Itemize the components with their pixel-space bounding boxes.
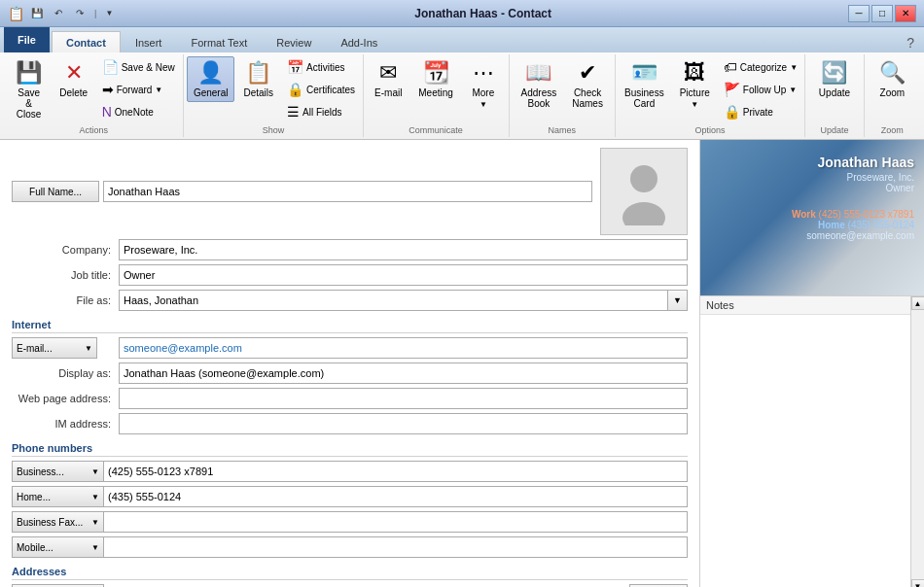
save-close-button[interactable]: 💾 Save & Close (8, 56, 51, 123)
notes-scrollbar: ▲ ▼ (910, 296, 924, 587)
picture-icon: 🖼 (684, 60, 705, 86)
fax-dropdown[interactable]: Business Fax... ▼ (12, 511, 104, 533)
bc-job-title: Owner (792, 183, 914, 193)
business-card-button[interactable]: 🪪 Business Card (618, 56, 671, 113)
update-button[interactable]: 🔄 Update (812, 56, 857, 102)
picture-dropdown-icon: ▼ (691, 100, 698, 109)
show-small-col: 📅 Activities 🔒 Certificates ☰ All Fields (282, 56, 360, 122)
address-book-icon: 📖 (525, 60, 551, 86)
tab-format-text[interactable]: Format Text (176, 31, 262, 52)
follow-up-button[interactable]: 🚩 Follow Up ▼ (719, 79, 802, 100)
company-input[interactable] (119, 239, 688, 260)
followup-dropdown-icon: ▼ (789, 86, 797, 94)
general-button[interactable]: 👤 General (187, 56, 235, 102)
web-input[interactable] (119, 388, 688, 409)
names-group-label: Names (548, 125, 576, 137)
email-button[interactable]: ✉ E-mail (367, 56, 409, 102)
activities-icon: 📅 (287, 59, 303, 75)
forward-dropdown-icon: ▼ (155, 86, 162, 94)
full-name-row: Full Name... (12, 148, 688, 235)
delete-button[interactable]: ✕ Delete (53, 56, 95, 102)
save-quick-btn[interactable]: 💾 (28, 5, 46, 22)
tab-add-ins[interactable]: Add-Ins (326, 31, 392, 52)
notes-textarea[interactable] (700, 315, 910, 587)
ribbon-group-options: 🪪 Business Card 🖼 Picture ▼ 🏷 Categorize… (616, 54, 805, 137)
check-names-button[interactable]: ✔ Check Names (565, 56, 610, 113)
certificates-button[interactable]: 🔒 Certificates (282, 79, 360, 100)
business-phone-arrow: ▼ (91, 467, 99, 476)
redo-btn[interactable]: ↷ (71, 5, 89, 22)
minimize-btn[interactable]: ─ (848, 5, 870, 22)
picture-button[interactable]: 🖼 Picture ▼ (673, 56, 717, 113)
scroll-down-btn[interactable]: ▼ (911, 579, 925, 587)
scroll-up-btn[interactable]: ▲ (911, 296, 925, 310)
bc-home: Home (435) 555-0124 (792, 220, 914, 230)
mobile-input[interactable] (104, 536, 688, 558)
email-dropdown-arrow: ▼ (85, 344, 92, 353)
fax-input[interactable] (104, 511, 688, 533)
tab-insert[interactable]: Insert (121, 31, 177, 52)
svg-point-1 (622, 202, 665, 225)
business-phone-input[interactable] (104, 461, 688, 482)
mobile-dropdown[interactable]: Mobile... ▼ (12, 536, 104, 558)
display-as-input[interactable] (119, 363, 688, 384)
categorize-icon: 🏷 (724, 59, 737, 75)
file-as-dropdown-btn[interactable]: ▼ (668, 290, 688, 311)
contact-form: Full Name... Company: Job title: File as… (0, 140, 700, 587)
email-row: E-mail... ▼ (12, 337, 688, 359)
ribbon-group-show: 👤 General 📋 Details 📅 Activities 🔒 Certi… (184, 54, 363, 137)
options-group-label: Options (695, 125, 726, 137)
file-as-input[interactable] (119, 290, 668, 311)
bc-name: Jonathan Haas (792, 155, 914, 170)
onenote-icon: N (102, 104, 112, 120)
forward-button[interactable]: ➡ Forward ▼ (97, 79, 180, 100)
customize-qa-btn[interactable]: ▼ (100, 5, 118, 22)
zoom-buttons: 🔍 Zoom (871, 56, 913, 123)
one-note-button[interactable]: N OneNote (97, 101, 180, 122)
bc-email: someone@example.com (792, 230, 914, 241)
main-area: Full Name... Company: Job title: File as… (0, 140, 924, 587)
save-close-icon: 💾 (16, 60, 42, 86)
bc-details: Work (425) 555-0123 x7891 Home (435) 555… (792, 209, 914, 241)
email-input[interactable] (119, 337, 688, 359)
save-new-button[interactable]: 📄 Save & New (97, 56, 180, 78)
show-buttons: 👤 General 📋 Details 📅 Activities 🔒 Certi… (187, 56, 360, 123)
categorize-button[interactable]: 🏷 Categorize ▼ (719, 56, 802, 78)
home-phone-input[interactable] (104, 486, 688, 507)
tab-file[interactable]: File (4, 27, 50, 52)
undo-btn[interactable]: ↶ (50, 5, 67, 22)
address-book-button[interactable]: 📖 Address Book (515, 56, 564, 113)
tab-contact[interactable]: Contact (52, 31, 121, 52)
maximize-btn[interactable]: □ (871, 5, 893, 22)
business-phone-dropdown[interactable]: Business... ▼ (12, 461, 104, 482)
meeting-button[interactable]: 📆 Meeting (411, 56, 460, 102)
private-button[interactable]: 🔒 Private (719, 101, 802, 122)
help-btn[interactable]: ? (901, 33, 920, 52)
bc-company: Proseware, Inc. (792, 172, 914, 183)
tab-review[interactable]: Review (262, 31, 326, 52)
job-title-row: Job title: (12, 264, 688, 286)
home-phone-arrow: ▼ (91, 493, 99, 501)
im-input[interactable] (119, 413, 688, 434)
zoom-button[interactable]: 🔍 Zoom (871, 56, 913, 102)
general-icon: 👤 (197, 60, 224, 86)
details-button[interactable]: 📋 Details (236, 56, 280, 102)
email-dropdown-btn[interactable]: E-mail... ▼ (12, 337, 97, 359)
communicate-group-label: Communicate (409, 125, 463, 137)
home-phone-dropdown[interactable]: Home... ▼ (12, 486, 104, 507)
full-name-btn[interactable]: Full Name... (12, 181, 99, 202)
phone-section-header: Phone numbers (12, 442, 688, 457)
more-button[interactable]: ⋯ More ▼ (462, 56, 505, 113)
follow-up-icon: 🚩 (724, 82, 740, 97)
full-name-input[interactable] (103, 181, 592, 202)
ribbon-content: 💾 Save & Close ✕ Delete 📄 Save & New ➡ F… (0, 52, 924, 139)
close-btn[interactable]: ✕ (895, 5, 916, 22)
job-title-input[interactable] (119, 264, 688, 286)
zoom-icon: 🔍 (879, 60, 906, 86)
ribbon-group-zoom: 🔍 Zoom Zoom (865, 54, 920, 137)
file-as-field: ▼ (119, 290, 688, 311)
all-fields-button[interactable]: ☰ All Fields (282, 101, 360, 122)
save-new-icon: 📄 (102, 59, 119, 75)
activities-button[interactable]: 📅 Activities (282, 56, 360, 78)
right-panel: Jonathan Haas Proseware, Inc. Owner Work… (700, 140, 924, 587)
